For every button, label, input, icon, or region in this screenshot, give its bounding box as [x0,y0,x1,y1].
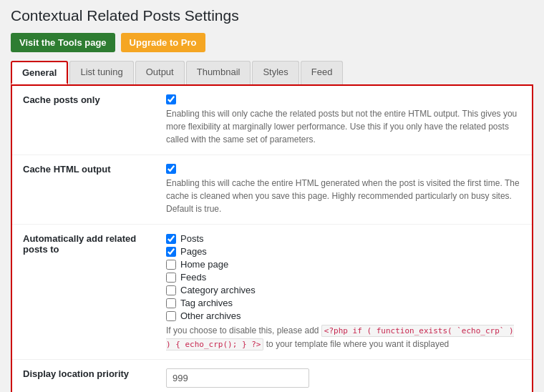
auto-add-category-label: Category archives [180,285,256,295]
auto-add-posts-checkbox[interactable] [166,234,176,244]
auto-add-pages-label: Pages [180,246,207,257]
cache-html-checkbox[interactable] [166,164,176,174]
auto-add-other-label: Other archives [180,310,241,321]
tab-list-tuning[interactable]: List tuning [69,61,133,84]
cache-html-label: Cache HTML output [12,155,155,225]
auto-add-feeds-label: Feeds [180,272,206,283]
tab-feed[interactable]: Feed [301,61,344,84]
page-title: Contextual Related Posts Settings [11,7,533,24]
cache-posts-checkbox[interactable] [166,94,176,104]
tabs-nav: General List tuning Output Thumbnail Sty… [11,61,533,84]
setting-row-auto-add: Automatically add related posts to Posts… [12,225,532,360]
tab-general[interactable]: General [11,61,68,84]
settings-panel: Cache posts only Enabling this will only… [11,84,533,392]
cache-posts-value: Enabling this will only cache the relate… [155,86,532,155]
code-snippet: <?php if ( function_exists( `echo_crp` )… [166,325,514,351]
auto-add-homepage-checkbox[interactable] [166,260,176,270]
display-priority-input[interactable] [166,368,309,388]
auto-add-desc: If you choose to disable this, please ad… [166,324,521,351]
settings-table: Cache posts only Enabling this will only… [12,86,532,392]
cache-html-value: Enabling this will cache the entire HTML… [155,155,532,225]
auto-add-homepage-label: Home page [180,259,228,270]
setting-row-cache-posts: Cache posts only Enabling this will only… [12,86,532,155]
auto-add-feeds-checkbox[interactable] [166,273,176,283]
display-priority-value: Select the relative position of the rela… [155,360,532,393]
cache-posts-desc: Enabling this will only cache the relate… [166,107,521,146]
cache-posts-label: Cache posts only [12,86,155,155]
auto-add-posts-label: Posts [180,233,204,244]
upgrade-button[interactable]: Upgrade to Pro [121,33,205,52]
auto-add-tag-label: Tag archives [180,298,233,308]
auto-add-category-checkbox[interactable] [166,285,176,295]
setting-row-display-priority: Display location priority Select the rel… [12,360,532,393]
action-buttons: Visit the Tools page Upgrade to Pro [11,33,533,52]
tab-thumbnail[interactable]: Thumbnail [186,61,251,84]
cache-html-desc: Enabling this will cache the entire HTML… [166,177,521,215]
tab-styles[interactable]: Styles [252,61,298,84]
auto-add-tag-checkbox[interactable] [166,298,176,308]
auto-add-other-checkbox[interactable] [166,311,176,321]
display-priority-label: Display location priority [12,360,155,393]
auto-add-pages-checkbox[interactable] [166,247,176,257]
auto-add-value: Posts Pages Home page Feeds [155,225,532,360]
setting-row-cache-html: Cache HTML output Enabling this will cac… [12,155,532,225]
tools-page-button[interactable]: Visit the Tools page [11,33,115,52]
auto-add-label: Automatically add related posts to [12,225,155,360]
tab-output[interactable]: Output [135,61,185,84]
